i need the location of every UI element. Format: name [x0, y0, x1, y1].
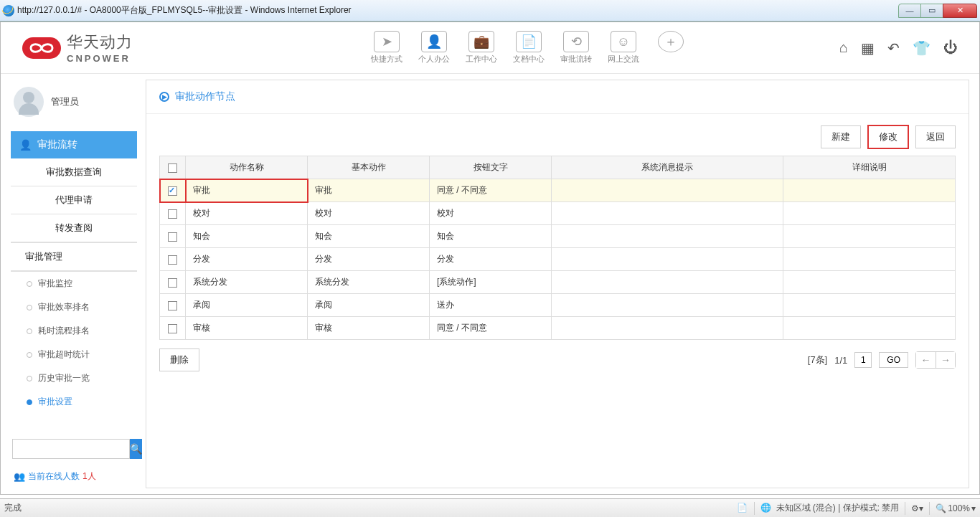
row-checkbox-cell[interactable] [160, 202, 186, 225]
sidebar-item[interactable]: 转发查阅 [11, 214, 137, 242]
window-title: http://127.0.0.1/# - OA8000平台版_FPLMYSQL5… [17, 4, 899, 16]
sidebar-item[interactable]: 代理申请 [11, 186, 137, 214]
cell: 同意 / 不同意 [430, 179, 552, 202]
delete-button[interactable]: 删除 [159, 348, 199, 371]
sidebar-subitem[interactable]: 审批效率排名 [11, 295, 137, 319]
logo-en: CNPOWER [67, 53, 133, 64]
status-mode-icon[interactable]: ⚙▾ [911, 503, 923, 513]
zoom-control[interactable]: 🔍 100% ▾ [936, 503, 976, 513]
sidebar-subitem[interactable]: 审批监控 [11, 272, 137, 295]
nav-icon: ➤ [374, 31, 400, 52]
top-nav-item[interactable]: 📄文档中心 [509, 31, 549, 65]
table-row[interactable]: 审核审核同意 / 不同意 [160, 317, 956, 340]
table-row[interactable]: 系统分发系统分发[系统动作] [160, 271, 956, 294]
pager-pages: 1/1 [834, 355, 847, 366]
user-block: 管理员 [11, 80, 137, 131]
cell [783, 317, 956, 340]
power-icon[interactable]: ⏻ [943, 39, 958, 57]
checkbox-icon [168, 163, 177, 173]
status-zone: 未知区域 (混合) | 保护模式: 禁用 [776, 502, 900, 514]
table-row[interactable]: 审批审批同意 / 不同意 [160, 179, 956, 202]
cell: 知会 [186, 225, 308, 248]
table-row[interactable]: 知会知会知会 [160, 225, 956, 248]
sidebar-sub-menu: 审批监控审批效率排名耗时流程排名审批超时统计历史审批一览审批设置 [11, 272, 137, 414]
table-row[interactable]: 分发分发分发 [160, 248, 956, 271]
pager-go-button[interactable]: GO [879, 352, 908, 368]
cell: 知会 [308, 225, 430, 248]
cell [552, 248, 783, 271]
grid-icon[interactable]: ▦ [861, 39, 875, 57]
top-nav-add[interactable]: ＋ [651, 31, 691, 65]
cell [783, 248, 956, 271]
cell: 审核 [186, 317, 308, 340]
table-row[interactable]: 承阅承阅送办 [160, 294, 956, 317]
close-button[interactable]: ✕ [943, 4, 977, 18]
sidebar: 管理员 👤 审批流转 审批数据查询代理申请转发查阅 审批管理 审批监控审批效率排… [11, 80, 137, 488]
action-bar: 新建 修改 返回 [159, 125, 956, 148]
window-titlebar: http://127.0.0.1/# - OA8000平台版_FPLMYSQL5… [0, 0, 980, 22]
sidebar-subitem[interactable]: 审批设置 [11, 390, 137, 414]
top-nav-item[interactable]: 👤个人办公 [414, 31, 454, 65]
cell [783, 179, 956, 202]
sidebar-section-label: 审批流转 [37, 138, 77, 151]
logo-cn: 华天动力 [67, 32, 133, 53]
ie-icon [3, 5, 14, 16]
nav-label: 审批流转 [556, 54, 596, 65]
home-icon[interactable]: ⌂ [839, 39, 848, 57]
row-checkbox-cell[interactable] [160, 294, 186, 317]
search-input[interactable] [12, 439, 130, 459]
row-checkbox-cell[interactable] [160, 317, 186, 340]
online-label: 当前在线人数 [28, 470, 80, 483]
cell: 分发 [430, 248, 552, 271]
sidebar-subitem[interactable]: 耗时流程排名 [11, 319, 137, 343]
cell: 校对 [430, 202, 552, 225]
pager-total: [7条] [808, 354, 827, 366]
edit-button[interactable]: 修改 [868, 125, 908, 148]
checkbox-icon [168, 324, 177, 333]
top-nav-item[interactable]: 💼工作中心 [461, 31, 501, 65]
column-header: 系统消息提示 [552, 156, 783, 179]
pager-prev-button[interactable]: ← [915, 351, 936, 369]
content-panel: ▶ 审批动作节点 新建 修改 返回 动作名称基本动作按钮文字系统消息提示详细说明… [146, 80, 969, 488]
cell [552, 271, 783, 294]
reply-icon[interactable]: ↶ [887, 39, 900, 57]
arrow-icon: ▶ [159, 92, 169, 102]
top-nav-item[interactable]: ⟲审批流转 [556, 31, 596, 65]
header-checkbox[interactable] [160, 156, 186, 179]
top-nav-item[interactable]: ➤快捷方式 [367, 31, 407, 65]
app-frame: 华天动力 CNPOWER ➤快捷方式👤个人办公💼工作中心📄文档中心⟲审批流转☺网… [0, 22, 980, 495]
pager-next-button[interactable]: → [936, 351, 956, 369]
cell: 承阅 [308, 294, 430, 317]
sidebar-section-header[interactable]: 👤 审批流转 [11, 131, 137, 158]
cell [552, 294, 783, 317]
back-button[interactable]: 返回 [915, 125, 956, 148]
cell [783, 202, 956, 225]
checkbox-icon [168, 278, 177, 288]
row-checkbox-cell[interactable] [160, 248, 186, 271]
pager-input[interactable] [854, 352, 872, 368]
minimize-button[interactable]: — [898, 4, 921, 18]
shirt-icon[interactable]: 👕 [913, 39, 930, 57]
panel-title: 审批动作节点 [175, 90, 235, 103]
new-button[interactable]: 新建 [821, 125, 861, 148]
table-footer: 删除 [7条] 1/1 GO ← → [159, 340, 956, 380]
column-header: 基本动作 [308, 156, 430, 179]
checkbox-icon [168, 255, 177, 265]
nav-icon: 👤 [421, 31, 447, 52]
checkbox-icon [168, 186, 177, 196]
table-row[interactable]: 校对校对校对 [160, 202, 956, 225]
sidebar-subitem[interactable]: 审批超时统计 [11, 343, 137, 366]
cell: 承阅 [186, 294, 308, 317]
top-nav-item[interactable]: ☺网上交流 [603, 31, 644, 65]
row-checkbox-cell[interactable] [160, 179, 186, 202]
statusbar: 完成 📄 🌐 未知区域 (混合) | 保护模式: 禁用 ⚙▾ 🔍 100% ▾ [0, 498, 980, 517]
sidebar-subitem[interactable]: 历史审批一览 [11, 366, 137, 390]
sidebar-item[interactable]: 审批数据查询 [11, 158, 137, 186]
column-header: 按钮文字 [430, 156, 552, 179]
search-button[interactable]: 🔍 [130, 439, 142, 459]
row-checkbox-cell[interactable] [160, 271, 186, 294]
maximize-button[interactable]: ▭ [920, 4, 943, 18]
nav-label: 个人办公 [414, 54, 454, 65]
row-checkbox-cell[interactable] [160, 225, 186, 248]
status-left: 完成 [4, 502, 22, 514]
